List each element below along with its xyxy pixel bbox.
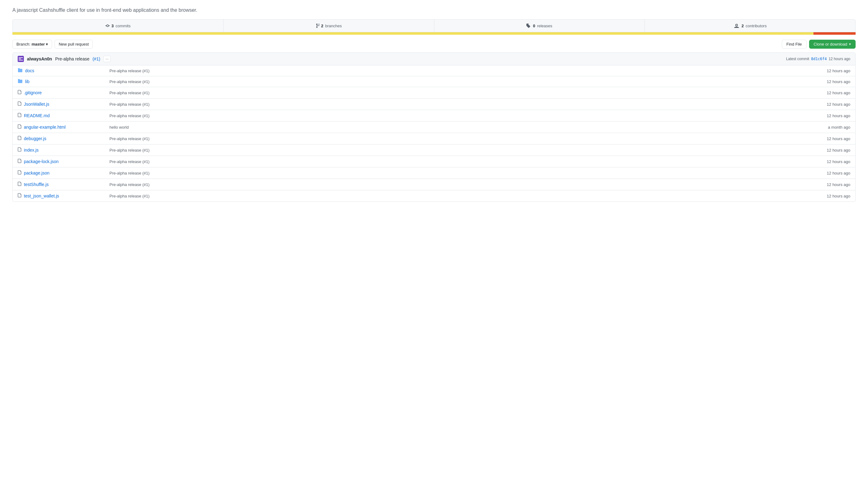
table-row: angular-example.html hello world a month… bbox=[13, 122, 855, 133]
file-time: 12 hours ago bbox=[807, 148, 850, 153]
file-name-col: README.md bbox=[18, 112, 105, 119]
table-row: README.md Pre-alpha release (#1) 12 hour… bbox=[13, 110, 855, 122]
avatar-line-3 bbox=[19, 60, 23, 60]
commit-header-left: alwaysAn0n Pre-alpha release (#1) ··· bbox=[18, 56, 111, 62]
file-commit-message: Pre-alpha release (#1) bbox=[105, 194, 807, 198]
file-table: alwaysAn0n Pre-alpha release (#1) ··· La… bbox=[12, 52, 856, 202]
file-icon bbox=[18, 170, 21, 176]
contributors-count: 2 bbox=[742, 24, 744, 28]
table-row: .gitignore Pre-alpha release (#1) 12 hou… bbox=[13, 87, 855, 98]
toolbar-left: Branch: master ▾ New pull request bbox=[12, 40, 93, 49]
file-icon bbox=[18, 90, 21, 96]
branches-label: branches bbox=[325, 24, 342, 28]
file-time: 12 hours ago bbox=[807, 79, 850, 84]
releases-count: 0 bbox=[533, 24, 535, 28]
file-name-link[interactable]: JsonWallet.js bbox=[24, 102, 49, 107]
new-pull-request-button[interactable]: New pull request bbox=[55, 40, 93, 49]
releases-stat[interactable]: 0 releases bbox=[434, 19, 645, 32]
file-time: 12 hours ago bbox=[807, 91, 850, 95]
commits-label: commits bbox=[115, 24, 130, 28]
file-commit-message: Pre-alpha release (#1) bbox=[105, 79, 807, 84]
file-commit-message: Pre-alpha release (#1) bbox=[105, 68, 807, 73]
file-name-col: package-lock.json bbox=[18, 158, 105, 165]
file-time: 12 hours ago bbox=[807, 136, 850, 141]
file-name-link[interactable]: package-lock.json bbox=[24, 159, 59, 164]
file-name-col: docs bbox=[18, 68, 105, 74]
commit-time: 12 hours ago bbox=[828, 57, 850, 61]
file-name-link[interactable]: index.js bbox=[24, 148, 38, 153]
contributors-label: contributors bbox=[746, 24, 766, 28]
commits-icon bbox=[105, 23, 110, 28]
file-name-link[interactable]: debugger.js bbox=[24, 136, 46, 141]
toolbar-right: Find File Clone or download ▾ bbox=[782, 40, 856, 49]
file-icon bbox=[18, 158, 21, 165]
find-file-button[interactable]: Find File bbox=[782, 40, 807, 49]
file-commit-message: hello world bbox=[105, 125, 807, 129]
file-name-link[interactable]: lib bbox=[25, 79, 29, 84]
file-commit-message: Pre-alpha release (#1) bbox=[105, 171, 807, 175]
commit-user[interactable]: alwaysAn0n bbox=[27, 57, 52, 61]
clone-or-download-button[interactable]: Clone or download ▾ bbox=[809, 40, 856, 49]
file-icon bbox=[18, 112, 21, 119]
file-name-link[interactable]: docs bbox=[25, 68, 34, 73]
file-time: 12 hours ago bbox=[807, 159, 850, 164]
file-name-col: package.json bbox=[18, 170, 105, 176]
commit-header: alwaysAn0n Pre-alpha release (#1) ··· La… bbox=[13, 53, 855, 65]
file-icon bbox=[18, 124, 21, 130]
file-name-col: JsonWallet.js bbox=[18, 101, 105, 107]
file-name-link[interactable]: package.json bbox=[24, 170, 50, 175]
repo-description: A javascript Cashshuffle client for use … bbox=[12, 7, 856, 13]
commits-stat[interactable]: 3 commits bbox=[13, 19, 223, 32]
file-time: 12 hours ago bbox=[807, 68, 850, 73]
file-commit-message: Pre-alpha release (#1) bbox=[105, 102, 807, 107]
commits-count: 3 bbox=[112, 24, 114, 28]
file-icon bbox=[18, 136, 21, 142]
branches-icon bbox=[315, 23, 319, 28]
file-name-col: angular-example.html bbox=[18, 124, 105, 130]
file-name-col: test_json_wallet.js bbox=[18, 193, 105, 199]
file-name-col: .gitignore bbox=[18, 90, 105, 96]
file-name-link[interactable]: README.md bbox=[24, 113, 50, 118]
avatar-lines bbox=[19, 57, 23, 60]
branches-count: 2 bbox=[321, 24, 323, 28]
latest-commit-label: Latest commit bbox=[786, 57, 809, 61]
language-html bbox=[813, 32, 856, 35]
file-commit-message: Pre-alpha release (#1) bbox=[105, 136, 807, 141]
file-commit-message: Pre-alpha release (#1) bbox=[105, 182, 807, 187]
releases-label: releases bbox=[537, 24, 552, 28]
contributors-stat[interactable]: 2 contributors bbox=[645, 19, 855, 32]
file-name-link[interactable]: angular-example.html bbox=[24, 125, 66, 129]
clone-label: Clone or download bbox=[814, 42, 847, 46]
file-name-col: testShuffle.js bbox=[18, 181, 105, 188]
table-row: docs Pre-alpha release (#1) 12 hours ago bbox=[13, 65, 855, 76]
file-icon bbox=[18, 147, 21, 153]
avatar-line-2 bbox=[19, 59, 21, 59]
file-time: 12 hours ago bbox=[807, 182, 850, 187]
stats-bar: 3 commits 2 branches 0 releases 2 contri… bbox=[12, 19, 856, 32]
table-row: JsonWallet.js Pre-alpha release (#1) 12 … bbox=[13, 98, 855, 110]
file-time: 12 hours ago bbox=[807, 113, 850, 118]
commit-pr-link[interactable]: (#1) bbox=[92, 57, 100, 61]
commit-header-right: Latest commit 8d1c6f4 12 hours ago bbox=[786, 57, 850, 61]
file-name-col: index.js bbox=[18, 147, 105, 153]
file-icon bbox=[18, 193, 21, 199]
language-bar bbox=[12, 32, 856, 35]
file-commit-message: Pre-alpha release (#1) bbox=[105, 148, 807, 153]
contributors-icon bbox=[733, 23, 740, 28]
file-name-link[interactable]: testShuffle.js bbox=[24, 182, 49, 187]
commit-sha-link[interactable]: 8d1c6f4 bbox=[811, 57, 827, 61]
branches-stat[interactable]: 2 branches bbox=[223, 19, 434, 32]
file-name-link[interactable]: .gitignore bbox=[24, 90, 42, 95]
branch-selector[interactable]: Branch: master ▾ bbox=[12, 40, 52, 49]
table-row: test_json_wallet.js Pre-alpha release (#… bbox=[13, 190, 855, 202]
file-icon bbox=[18, 101, 21, 107]
table-row: index.js Pre-alpha release (#1) 12 hours… bbox=[13, 144, 855, 156]
clone-chevron-icon: ▾ bbox=[849, 42, 851, 46]
file-time: 12 hours ago bbox=[807, 171, 850, 175]
table-row: debugger.js Pre-alpha release (#1) 12 ho… bbox=[13, 133, 855, 144]
file-commit-message: Pre-alpha release (#1) bbox=[105, 91, 807, 95]
table-row: lib Pre-alpha release (#1) 12 hours ago bbox=[13, 76, 855, 87]
commit-more-button[interactable]: ··· bbox=[103, 56, 111, 62]
file-name-link[interactable]: test_json_wallet.js bbox=[24, 193, 59, 198]
file-commit-message: Pre-alpha release (#1) bbox=[105, 159, 807, 164]
